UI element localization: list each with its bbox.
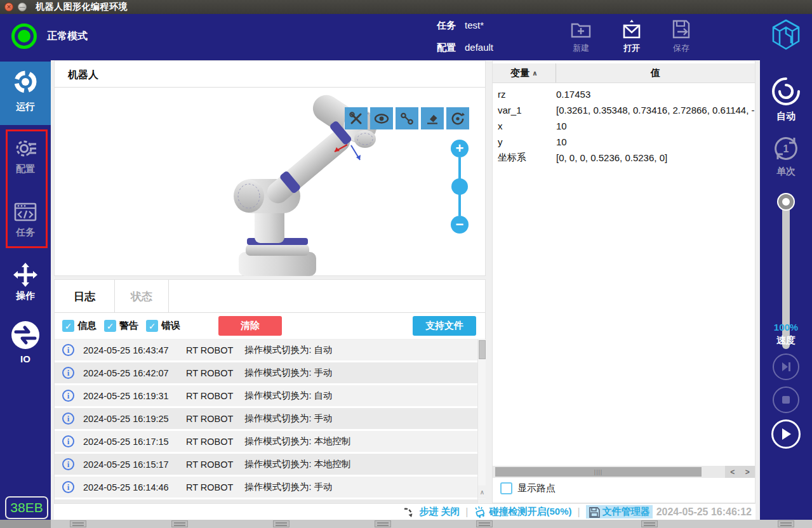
view-rotate-button[interactable]	[446, 107, 469, 129]
desktop-file-icon	[476, 520, 493, 527]
speed-slider-handle[interactable]	[778, 194, 794, 209]
speed-value: 100%	[760, 322, 812, 333]
column-header-name[interactable]: 变量 ∧	[493, 63, 556, 82]
robot-panel: 机器人	[54, 60, 486, 276]
config-field: 配置default	[437, 42, 493, 54]
close-icon[interactable]: ✕	[4, 3, 13, 11]
zoom-slider-handle[interactable]	[451, 178, 468, 195]
log-filter-row: ✓ 信息 ✓ 警告 ✓ 错误 清除 支持文件	[55, 313, 485, 340]
variable-row[interactable]: x10	[493, 118, 755, 134]
sidebar-item-operate-label: 操作	[0, 290, 51, 302]
file-manager-icon	[589, 506, 600, 518]
title-bar: ✕ — 机器人图形化编程环境	[0, 0, 812, 14]
view-erase-button[interactable]	[421, 107, 444, 129]
variable-row[interactable]: rz0.17453	[493, 86, 755, 102]
zoom-out-button[interactable]: −	[451, 216, 469, 234]
tab-log[interactable]: 日志	[55, 280, 115, 313]
collision-detection-toggle[interactable]: 碰撞检测开启(50%)	[474, 506, 571, 518]
variable-row[interactable]: 坐标系[0, 0, 0, 0.5236, 0.5236, 0]	[493, 150, 755, 166]
log-row: i2024-05-25 16:43:47RT ROBOT操作模式切换为: 自动	[55, 340, 477, 360]
info-icon: i	[62, 344, 74, 356]
separator: |	[578, 506, 580, 518]
filter-info-checkbox[interactable]: ✓	[62, 320, 74, 332]
single-run-icon: 1	[771, 134, 801, 163]
auto-mode-button[interactable]: 自动	[760, 76, 812, 122]
desktop-file-icon	[778, 520, 794, 527]
info-icon: i	[62, 435, 74, 447]
status-badge: 38EB	[5, 496, 48, 519]
sidebar-item-run[interactable]: 运行	[0, 62, 51, 125]
status-timestamp: 2024-05-25 16:46:12	[656, 506, 752, 518]
sidebar-item-io-label: IO	[0, 353, 51, 364]
open-button[interactable]: 打开	[609, 18, 654, 54]
config-label: 配置	[437, 42, 456, 53]
save-icon	[670, 18, 693, 41]
auto-mode-icon	[771, 76, 801, 107]
step-icon	[403, 506, 416, 518]
desktop-strip	[0, 520, 812, 528]
separator: |	[465, 506, 468, 518]
status-indicator-dot	[18, 30, 30, 43]
minimize-icon[interactable]: —	[18, 3, 27, 11]
log-row: i2024-05-25 16:42:07RT ROBOT操作模式切换为: 手动	[55, 362, 477, 383]
log-row: i2024-05-25 16:15:17RT ROBOT操作模式切换为: 本地控…	[55, 454, 477, 475]
brand-logo-icon	[771, 19, 801, 52]
file-manager-button[interactable]: 文件管理器	[586, 505, 653, 518]
variable-table-header: 变量 ∧ 值	[493, 63, 755, 83]
step-forward-button[interactable]	[773, 353, 799, 380]
filter-warn-checkbox[interactable]: ✓	[104, 320, 116, 332]
log-row: i2024-05-25 16:14:46RT ROBOT操作模式切换为: 手动	[55, 477, 477, 498]
view-visibility-button[interactable]	[370, 107, 393, 129]
hscrollbar-thumb[interactable]: ||||	[495, 467, 702, 477]
new-folder-icon	[569, 18, 592, 41]
zoom-in-button[interactable]: +	[451, 140, 469, 157]
log-scrollbar[interactable]: ∧ ∨	[477, 340, 486, 512]
left-sidebar: 运行 配置 任务 操作	[0, 60, 51, 520]
skip-icon	[780, 361, 792, 373]
scroll-right-icon[interactable]: >	[745, 468, 750, 477]
filter-warn-label: 警告	[119, 320, 138, 332]
speed-label: 速度	[760, 334, 812, 346]
waypoints-icon	[399, 111, 415, 126]
show-waypoints-checkbox[interactable]	[500, 482, 512, 494]
single-run-button[interactable]: 1 单次	[760, 134, 812, 178]
sidebar-item-run-label: 运行	[0, 101, 51, 113]
sort-asc-icon: ∧	[532, 69, 538, 77]
play-button[interactable]	[771, 419, 801, 449]
app-window: ✕ — 机器人图形化编程环境 正常模式 任务test* 配置default 新建…	[0, 0, 812, 528]
move-icon	[13, 262, 38, 287]
column-header-value[interactable]: 值	[556, 63, 755, 82]
save-button[interactable]: 保存	[659, 18, 703, 54]
support-file-button[interactable]: 支持文件	[413, 316, 476, 336]
scroll-left-icon[interactable]: <	[730, 468, 735, 477]
hscrollbar-buttons: < >	[725, 466, 755, 478]
show-waypoints-label: 显示路点	[517, 482, 556, 494]
auto-mode-label: 自动	[760, 110, 812, 122]
task-label: 任务	[437, 20, 456, 30]
variable-row[interactable]: y10	[493, 134, 755, 150]
annotation-highlight-box	[6, 129, 48, 248]
view-tools-button[interactable]	[345, 107, 368, 129]
clear-button[interactable]: 清除	[218, 316, 282, 336]
new-button[interactable]: 新建	[559, 18, 603, 54]
filter-info-label: 信息	[77, 320, 97, 332]
variable-table-body: rz0.17453 var_1[0.3261, 0.35348, 0.73416…	[493, 86, 755, 166]
info-icon: i	[62, 481, 74, 493]
filter-error-checkbox[interactable]: ✓	[146, 320, 158, 332]
step-toggle[interactable]: 步进 关闭	[403, 506, 460, 518]
variable-panel: 变量 ∧ 值 rz0.17453 var_1[0.3261, 0.35348, …	[492, 60, 755, 503]
tab-status[interactable]: 状态	[115, 280, 169, 313]
stop-button[interactable]	[773, 386, 799, 413]
divider	[55, 87, 485, 88]
zoom-slider-track-lower	[458, 195, 461, 216]
variable-hscrollbar[interactable]: |||| < >	[493, 466, 755, 478]
scroll-up-icon[interactable]: ∧	[478, 485, 486, 498]
run-icon	[13, 69, 38, 95]
svg-text:1: 1	[783, 143, 789, 154]
log-tabbar: 日志 状态	[55, 280, 485, 313]
log-scrollbar-thumb[interactable]	[479, 340, 486, 359]
variable-row[interactable]: var_1[0.3261, 0.35348, 0.73416, 2.72866,…	[493, 102, 755, 118]
mode-label: 正常模式	[47, 30, 88, 43]
view-waypoints-button[interactable]	[396, 107, 418, 129]
log-list[interactable]: i2024-05-25 16:43:47RT ROBOT操作模式切换为: 自动 …	[55, 340, 477, 512]
